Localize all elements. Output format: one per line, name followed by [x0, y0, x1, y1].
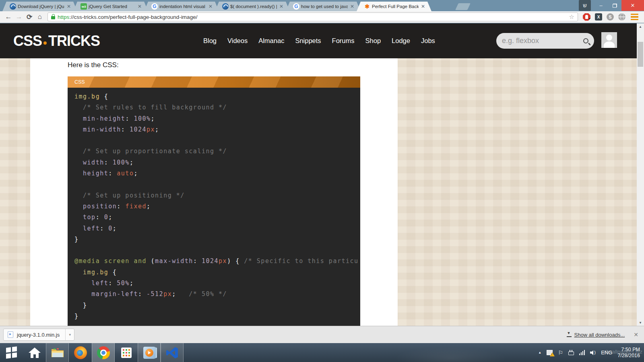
code-line — [74, 135, 360, 146]
show-all-downloads-link[interactable]: Show all downloads... — [567, 332, 625, 338]
jquery-favicon-icon — [10, 3, 16, 10]
chrome-menu-button[interactable] — [630, 13, 639, 21]
download-arrow-icon — [567, 332, 572, 337]
download-bar-close-icon[interactable]: ✕ — [634, 331, 638, 338]
nav-forums[interactable]: Forums — [332, 37, 355, 45]
taskbar-clock[interactable]: 7:50 PM 7/28/2016 — [617, 347, 640, 359]
code-line: min-height: 100%; — [74, 113, 360, 124]
nav-lodge[interactable]: Lodge — [392, 37, 410, 45]
chrome-icon — [97, 346, 110, 359]
tab-perfect-full-page-background[interactable]: ✱ Perfect Full Page Backgrou ✕ — [357, 2, 431, 11]
site-logo[interactable]: CSS TRICKS — [13, 33, 100, 49]
taskbar-home-button[interactable] — [23, 343, 46, 362]
search-icon[interactable] — [583, 38, 588, 43]
tab-close-icon[interactable]: ✕ — [208, 4, 213, 9]
site-search-input[interactable]: e.g. flexbox — [496, 33, 594, 49]
reload-button[interactable]: ⟳ — [24, 13, 35, 21]
scrollbar-thumb[interactable] — [638, 42, 643, 67]
code-line: } — [74, 300, 360, 311]
clock-time: 7:50 PM — [617, 347, 640, 353]
url-path: ://css-tricks.com/perfect-full-page-back… — [69, 14, 197, 20]
volume-icon[interactable]: ) — [590, 350, 596, 355]
language-label[interactable]: ENG — [601, 350, 612, 356]
scroll-down-icon[interactable]: ▼ — [637, 319, 644, 326]
taskbar-firefox-button[interactable] — [69, 343, 92, 362]
tab-title: $( document ).ready() | jQ — [230, 4, 277, 9]
media-player-icon — [143, 347, 155, 359]
adblock-extension-icon[interactable]: 2 — [583, 13, 590, 21]
tab-close-icon[interactable]: ✕ — [137, 4, 142, 9]
globe-extension-icon[interactable] — [618, 13, 625, 21]
nav-jobs[interactable]: Jobs — [421, 37, 435, 45]
tab-indentation-search[interactable]: G indentation html visual stu ✕ — [144, 2, 219, 11]
hidden-icons-arrow-icon[interactable]: ▲ — [538, 351, 541, 354]
network-signal-icon[interactable] — [579, 350, 585, 355]
nav-shop[interactable]: Shop — [365, 37, 381, 45]
action-warning-icon[interactable] — [547, 350, 553, 355]
new-tab-button[interactable] — [455, 3, 471, 10]
jquery-favicon-icon — [222, 3, 229, 10]
download-bar: jquery-3.1.0.min.js ▾ Show all downloads… — [0, 326, 644, 343]
tab-title: Download jQuery | jQuery — [18, 4, 64, 9]
tab-title: how to get used to javasc — [301, 4, 348, 9]
url-text[interactable]: https://css-tricks.com/perfect-full-page… — [58, 14, 567, 20]
restore-icon — [613, 4, 617, 8]
start-button[interactable] — [0, 343, 23, 362]
tab-title: jQuery Get Started — [89, 4, 135, 9]
nav-videos[interactable]: Videos — [227, 37, 248, 45]
window-close-button[interactable]: ✕ — [621, 0, 644, 11]
nav-almanac[interactable]: Almanac — [258, 37, 284, 45]
page-scrollbar[interactable]: ▲ ▼ — [637, 23, 644, 326]
windows-taskbar: allwallpapers.biz ▲ ⚐ ) ENG 7:50 PM 7/28… — [0, 343, 644, 362]
google-favicon-icon: G — [151, 3, 158, 10]
taskbar-file-explorer-button[interactable] — [46, 343, 69, 362]
code-line — [74, 179, 360, 190]
tab-title: Perfect Full Page Backgrou — [372, 4, 419, 9]
tab-download-jquery[interactable]: Download jQuery | jQuery ✕ — [2, 2, 77, 11]
tab-javascript-search[interactable]: G how to get used to javasc ✕ — [286, 2, 361, 11]
forward-button[interactable]: → — [14, 13, 24, 21]
nav-blog[interactable]: Blog — [203, 37, 217, 45]
desktop-screen: Download jQuery | jQuery ✕ w3 jQuery Get… — [0, 0, 644, 362]
taskbar-chrome-button[interactable] — [92, 343, 115, 362]
code-line: @media screen and (max-width: 1024px) { … — [74, 256, 360, 267]
action-center-flag-icon[interactable]: ⚐ — [558, 350, 563, 356]
tab-close-icon[interactable]: ✕ — [279, 4, 284, 9]
address-bar[interactable]: https://css-tricks.com/perfect-full-page… — [47, 12, 578, 21]
taskbar-apps-button[interactable] — [115, 343, 138, 362]
avatar[interactable] — [601, 32, 617, 48]
home-button[interactable]: ⌂ — [35, 13, 45, 21]
download-item[interactable]: jquery-3.1.0.min.js ▾ — [3, 329, 74, 341]
adblock-badge: 2 — [589, 18, 592, 22]
power-plug-icon[interactable] — [568, 352, 574, 355]
tab-jquery-get-started[interactable]: w3 jQuery Get Started ✕ — [73, 2, 148, 11]
nav-snippets[interactable]: Snippets — [295, 37, 321, 45]
taskbar-visual-studio-button[interactable] — [161, 343, 184, 362]
tab-close-icon[interactable]: ✕ — [420, 4, 426, 9]
tab-document-ready[interactable]: $( document ).ready() | jQ ✕ — [215, 2, 290, 11]
window-minimize-button[interactable]: – — [594, 0, 608, 11]
clock-date: 7/28/2016 — [617, 353, 640, 359]
browser-tab-strip: Download jQuery | jQuery ✕ w3 jQuery Get… — [0, 0, 644, 11]
bookmark-star-icon[interactable]: ☆ — [569, 13, 574, 21]
x-extension-icon[interactable]: X — [595, 13, 602, 21]
site-header: CSS TRICKS Blog Videos Almanac Snippets … — [0, 23, 637, 58]
back-button[interactable]: ← — [3, 13, 14, 21]
windows-logo-icon — [6, 346, 17, 358]
tab-close-icon[interactable]: ✕ — [66, 4, 72, 9]
skype-extension-icon[interactable]: S — [607, 13, 614, 21]
intro-text: Here is the CSS: — [68, 61, 398, 69]
code-line: top: 0; — [74, 212, 360, 223]
https-padlock-icon[interactable] — [51, 16, 55, 19]
scroll-up-icon[interactable]: ▲ — [637, 23, 644, 30]
taskbar-media-player-button[interactable] — [138, 343, 161, 362]
url-scheme: https — [58, 14, 69, 20]
window-restore-button[interactable] — [608, 0, 621, 11]
w3schools-favicon-icon: w3 — [80, 3, 87, 10]
code-line: left: 0; — [74, 223, 360, 234]
page-viewport: CSS TRICKS Blog Videos Almanac Snippets … — [0, 23, 644, 326]
logo-text-left: CSS — [13, 33, 42, 49]
logo-dot-icon — [43, 41, 47, 45]
tab-close-icon[interactable]: ✕ — [349, 4, 355, 9]
download-item-menu-button[interactable]: ▾ — [65, 329, 74, 340]
